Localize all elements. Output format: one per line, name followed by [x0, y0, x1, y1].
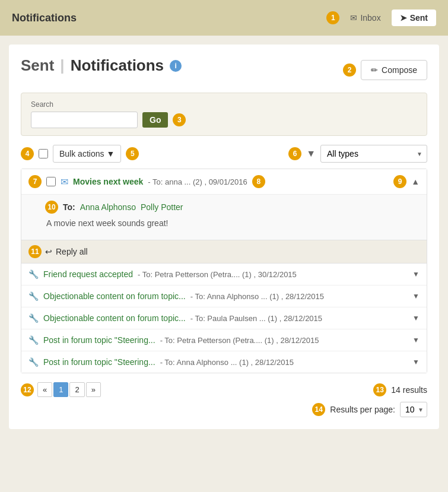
- annotation-7: 7: [28, 175, 42, 188]
- inbox-icon: ✉: [350, 13, 357, 23]
- annotation-8: 8: [252, 175, 265, 188]
- collapsed-subject-2[interactable]: Objectionable content on forum topic...: [43, 313, 186, 323]
- collapsed-meta-3: - To: Petra Petterson (Petra.... (1) , 2…: [160, 336, 319, 345]
- search-area: Search Go 3: [21, 93, 427, 136]
- annotation-5: 5: [126, 147, 139, 160]
- page-2-button[interactable]: 2: [69, 382, 84, 397]
- collapsed-meta-1: - To: Anna Alphonso ... (1) , 28/12/2015: [190, 292, 324, 301]
- wrench-icon-3: 🔧: [28, 335, 39, 345]
- annotation-14: 14: [312, 403, 325, 416]
- annotation-10: 10: [45, 201, 58, 214]
- annotation-6: 6: [288, 147, 301, 160]
- toolbar: 4 Bulk actions ▼ 5 6 ▼ All types System …: [21, 145, 427, 163]
- type-filter-wrapper: All types System Custom: [320, 145, 427, 163]
- collapsed-subject-0[interactable]: Friend request accepted: [43, 269, 133, 279]
- annotation-1: 1: [326, 11, 339, 24]
- collapsed-notifications-list: 🔧 Friend request accepted - To: Petra Pe…: [21, 264, 427, 373]
- collapsed-notif-3[interactable]: 🔧 Post in forum topic "Steering... - To:…: [21, 329, 427, 351]
- wrench-icon-4: 🔧: [28, 357, 39, 367]
- collapsed-meta-2: - To: Paula Paulsen ... (1) , 28/12/2015: [190, 314, 322, 323]
- annotation-4: 4: [21, 147, 34, 160]
- notif-subject-expanded[interactable]: Movies next week: [73, 177, 143, 186]
- per-page-row: Results per page:: [330, 405, 395, 414]
- app-title: Notifications: [12, 12, 77, 24]
- notif-checkbox-expanded[interactable]: [46, 177, 56, 186]
- search-input[interactable]: [31, 112, 138, 128]
- main-content: Sent | Notifications i 2 ✏ Compose Searc…: [9, 45, 439, 429]
- notifications-list: 7 ✉ Movies next week - To: anna ... (2) …: [21, 169, 427, 373]
- wrench-icon-2: 🔧: [28, 313, 39, 323]
- total-results: 14 results: [391, 385, 427, 395]
- info-icon[interactable]: i: [170, 60, 182, 72]
- annotation-3: 3: [173, 113, 186, 126]
- header-tabs: 1 ✉ Inbox ➤ Sent: [326, 9, 436, 26]
- collapsed-notif-0[interactable]: 🔧 Friend request accepted - To: Petra Pe…: [21, 264, 427, 285]
- reply-all-icon: ↩: [45, 247, 52, 256]
- expanded-notif-header: 7 ✉ Movies next week - To: anna ... (2) …: [21, 169, 427, 194]
- collapsed-meta-4: - To: Anna Alphonso ... (1) , 28/12/2015: [160, 358, 294, 367]
- per-page-select[interactable]: 10 25 50: [400, 402, 427, 417]
- email-type-icon: ✉: [61, 176, 68, 188]
- go-button[interactable]: Go: [142, 112, 168, 128]
- bulk-actions-button[interactable]: Bulk actions ▼: [53, 145, 121, 163]
- collapsed-notif-4[interactable]: 🔧 Post in forum topic "Steering... - To:…: [21, 351, 427, 373]
- compose-icon: ✏: [371, 65, 378, 75]
- pagination: « 1 2 »: [37, 382, 101, 397]
- notif-meta-expanded: - To: anna ... (2) , 09/01/2016: [148, 177, 247, 186]
- reply-all-row[interactable]: 11 ↩ Reply all: [21, 240, 427, 263]
- wrench-icon-1: 🔧: [28, 291, 39, 301]
- toolbar-right: 6 ▼ All types System Custom: [288, 145, 427, 163]
- page-title: Sent | Notifications i: [21, 56, 182, 75]
- annotation-9: 9: [393, 175, 406, 188]
- compose-button[interactable]: ✏ Compose: [361, 60, 427, 80]
- expanded-notif-body: 10 To: Anna Alphonso Polly Potter A movi…: [21, 194, 427, 240]
- sent-icon: ➤: [400, 13, 407, 23]
- collapse-icon[interactable]: ▲: [411, 177, 420, 186]
- annotation-11: 11: [28, 245, 42, 258]
- type-filter-select[interactable]: All types System Custom: [320, 145, 427, 163]
- filter-icon: ▼: [306, 148, 316, 159]
- per-page-wrapper: 10 25 50: [400, 402, 427, 417]
- annotation-13: 13: [373, 383, 386, 396]
- toolbar-left: 4 Bulk actions ▼ 5: [21, 145, 139, 163]
- collapsed-subject-3[interactable]: Post in forum topic "Steering...: [43, 335, 155, 345]
- chevron-down-icon: ▼: [106, 149, 115, 158]
- expand-icon-4: ▼: [412, 358, 420, 366]
- page-1-button[interactable]: 1: [53, 382, 68, 397]
- title-row: Sent | Notifications i 2 ✏ Compose: [21, 56, 427, 84]
- collapsed-notif-1[interactable]: 🔧 Objectionable content on forum topic..…: [21, 285, 427, 307]
- expand-icon-1: ▼: [412, 292, 420, 300]
- select-all-checkbox[interactable]: [39, 149, 48, 158]
- expanded-notification: 7 ✉ Movies next week - To: anna ... (2) …: [21, 169, 427, 264]
- expand-icon-0: ▼: [412, 270, 420, 278]
- collapsed-subject-4[interactable]: Post in forum topic "Steering...: [43, 357, 155, 367]
- wrench-icon-0: 🔧: [28, 269, 39, 279]
- app-header: Notifications 1 ✉ Inbox ➤ Sent: [0, 0, 448, 36]
- collapsed-subject-1[interactable]: Objectionable content on forum topic...: [43, 291, 186, 301]
- collapsed-meta-0: - To: Petra Petterson (Petra.... (1) , 3…: [138, 270, 297, 279]
- tab-sent[interactable]: ➤ Sent: [392, 9, 436, 26]
- prev-page-button[interactable]: «: [37, 382, 52, 397]
- pagination-row: 12 « 1 2 » 13 14 results: [21, 382, 427, 397]
- recipient-polly[interactable]: Polly Potter: [141, 202, 183, 212]
- annotation-2: 2: [343, 64, 356, 77]
- collapsed-notif-2[interactable]: 🔧 Objectionable content on forum topic..…: [21, 307, 427, 329]
- tab-inbox[interactable]: ✉ Inbox: [342, 9, 389, 26]
- expand-icon-3: ▼: [412, 336, 420, 344]
- annotation-12: 12: [21, 383, 34, 396]
- search-row: Go 3: [31, 112, 417, 128]
- notif-message: A movie next week sounds great!: [45, 218, 403, 228]
- expand-icon-2: ▼: [412, 314, 420, 322]
- search-label: Search: [31, 100, 417, 109]
- next-page-button[interactable]: »: [86, 382, 101, 397]
- recipient-anna[interactable]: Anna Alphonso: [80, 202, 136, 212]
- notif-to-row: 10 To: Anna Alphonso Polly Potter: [45, 201, 403, 214]
